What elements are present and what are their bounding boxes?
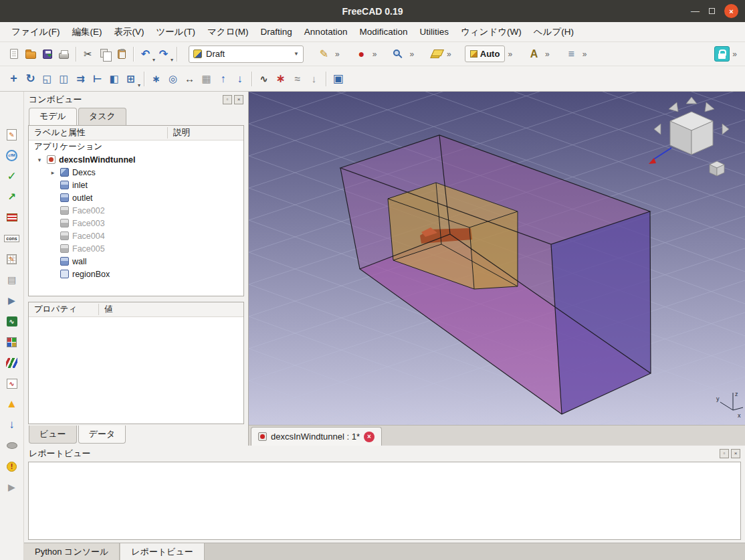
close-panel-button[interactable]: ×: [731, 449, 740, 458]
menu-utilities[interactable]: Utilities: [413, 24, 455, 39]
menu-drafting[interactable]: Drafting: [255, 24, 298, 39]
menu-file[interactable]: ファイル(F): [5, 23, 66, 41]
array-dropdown-caret[interactable]: ▾: [138, 82, 140, 91]
lock-toggle-icon[interactable]: [714, 46, 730, 62]
float-panel-button[interactable]: ▫: [720, 449, 729, 458]
titlebar[interactable]: FreeCAD 0.19 — ×: [0, 0, 745, 22]
float-panel-button[interactable]: ▫: [223, 95, 232, 104]
navcube-mini-cube[interactable]: [710, 161, 724, 176]
layer-gold-icon[interactable]: [427, 45, 444, 62]
column-label-attr[interactable]: ラベルと属性: [29, 127, 168, 138]
layers-stack-icon[interactable]: ≡: [563, 45, 580, 62]
menu-annotation[interactable]: Annotation: [298, 24, 354, 39]
menu-view[interactable]: 表示(V): [108, 23, 150, 41]
parallel-grid-icon[interactable]: [3, 334, 21, 350]
spline-icon[interactable]: ≈: [289, 70, 306, 87]
close-panel-button[interactable]: ×: [234, 95, 243, 104]
tab-report-view[interactable]: レポートビュー: [120, 543, 205, 560]
solver-run-icon[interactable]: ▶: [3, 292, 21, 308]
dexcs-template-icon[interactable]: ✎: [3, 126, 21, 143]
expander-closed-icon[interactable]: ▸: [49, 169, 57, 176]
overflow-chevron[interactable]: »: [545, 50, 550, 59]
menu-help[interactable]: ヘルプ(H): [528, 23, 580, 41]
mirror-icon[interactable]: ◫: [56, 70, 72, 87]
grid-edit-icon[interactable]: ✎: [3, 251, 21, 267]
grid-snap-icon[interactable]: ▦: [198, 70, 215, 87]
check-mesh-icon[interactable]: ✓: [3, 168, 21, 184]
tree-item-dexcs[interactable]: ▸ Dexcs: [29, 166, 243, 179]
alert-icon[interactable]: !: [3, 458, 21, 474]
flag-icon[interactable]: [3, 209, 21, 225]
export-icon[interactable]: ↗: [3, 189, 21, 205]
tree-item-regionbox[interactable]: regionBox: [29, 268, 243, 280]
model-tree[interactable]: ラベルと属性 説明 アプリケーション ▾ dexcsInWindtunnel: [28, 125, 244, 296]
property-editor[interactable]: プロパティ 値: [28, 302, 244, 424]
tree-item-application[interactable]: アプリケーション: [29, 141, 243, 153]
tree-item-face004[interactable]: Face004: [29, 229, 243, 242]
cons-icon[interactable]: cons: [3, 230, 21, 246]
navcube-icon[interactable]: ▣: [330, 70, 346, 87]
undo-icon[interactable]: ↶: [137, 45, 154, 62]
document-tab[interactable]: dexcsInWindtunnel : 1* ×: [251, 427, 382, 446]
report-log[interactable]: [28, 462, 741, 540]
wire-icon[interactable]: ∿: [255, 70, 272, 87]
expander-open-icon[interactable]: ▾: [35, 157, 43, 163]
redo-dropdown-caret[interactable]: ▾: [171, 57, 173, 66]
tree-item-face005[interactable]: Face005: [29, 242, 243, 255]
menu-edit[interactable]: 編集(E): [66, 23, 108, 41]
viewport-3d[interactable]: z y x: [249, 92, 745, 425]
sphere-icon[interactable]: ●: [353, 45, 370, 62]
column-description[interactable]: 説明: [168, 127, 190, 138]
tree-item-outlet[interactable]: outlet: [29, 191, 243, 204]
report-view-header[interactable]: レポートビュー ▫ ×: [24, 446, 745, 462]
tab-task[interactable]: タスク: [78, 108, 126, 125]
dimension-icon[interactable]: ↔: [181, 70, 198, 87]
redo-icon[interactable]: ↷: [155, 45, 172, 62]
play-icon[interactable]: ▶: [3, 479, 21, 495]
draft-utility-icon[interactable]: ✎: [316, 45, 332, 62]
close-button[interactable]: ×: [724, 4, 738, 18]
trimex-icon[interactable]: ⊢: [89, 70, 106, 87]
overflow-chevron[interactable]: »: [447, 50, 451, 59]
zoom-select-icon[interactable]: [390, 45, 407, 62]
stretch-icon[interactable]: ◧: [106, 70, 122, 87]
menu-modification[interactable]: Modification: [353, 24, 413, 39]
plot-residuals-icon[interactable]: ∿: [3, 313, 21, 329]
minimize-button[interactable]: —: [691, 8, 700, 15]
point-array-icon[interactable]: ∗: [272, 70, 289, 87]
tab-data[interactable]: データ: [78, 426, 126, 444]
overflow-chevron[interactable]: »: [732, 50, 737, 59]
document-close-button[interactable]: ×: [364, 432, 375, 442]
decompose-icon[interactable]: [3, 355, 21, 371]
snap-midpoint-icon[interactable]: ◎: [165, 70, 181, 87]
overflow-chevron[interactable]: »: [508, 50, 512, 59]
clone-icon[interactable]: ▤: [3, 272, 21, 288]
warning-triangle-icon[interactable]: ▲: [3, 396, 21, 412]
combo-view-header[interactable]: コンボビュー ▫ ×: [24, 92, 248, 108]
downgrade-icon[interactable]: ↓: [231, 70, 248, 87]
tab-model[interactable]: モデル: [29, 108, 77, 125]
tab-view[interactable]: ビュー: [29, 426, 77, 444]
tree-item-inlet[interactable]: inlet: [29, 179, 243, 191]
cut-icon[interactable]: ✂: [80, 45, 96, 62]
overflow-chevron[interactable]: »: [582, 50, 587, 59]
menu-tools[interactable]: ツール(T): [150, 23, 201, 41]
offset-icon[interactable]: ⇉: [72, 70, 89, 87]
tree-item-face002[interactable]: Face002: [29, 204, 243, 217]
print-icon[interactable]: [56, 45, 72, 62]
array-icon[interactable]: ⊞: [122, 70, 139, 87]
menu-macro[interactable]: マクロ(M): [201, 23, 255, 41]
overflow-chevron[interactable]: »: [335, 50, 340, 59]
scale-icon[interactable]: ◱: [39, 70, 56, 87]
tree-item-wall[interactable]: wall: [29, 255, 243, 268]
paste-icon[interactable]: [113, 45, 130, 62]
overflow-chevron[interactable]: »: [372, 50, 377, 59]
annotation-text-icon[interactable]: A: [526, 45, 542, 62]
column-property[interactable]: プロパティ: [29, 304, 99, 315]
plot-line-icon[interactable]: ∿: [3, 375, 21, 391]
new-document-icon[interactable]: [5, 45, 22, 62]
column-value[interactable]: 値: [99, 304, 113, 315]
snap-lock-icon[interactable]: ∗: [148, 70, 165, 87]
ellipse-icon[interactable]: [3, 438, 21, 454]
move-icon[interactable]: +: [5, 70, 22, 87]
